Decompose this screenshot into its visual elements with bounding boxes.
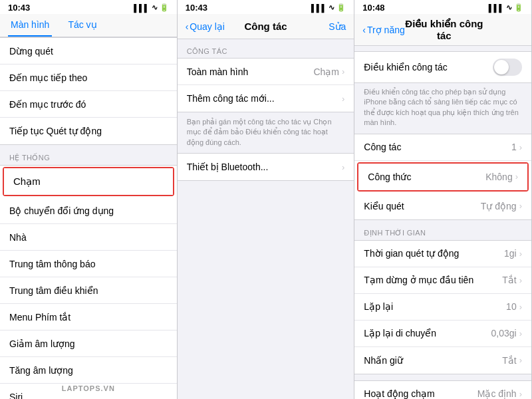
kieu-quet-item[interactable]: Kiểu quét Tự động › [354,193,531,219]
item-label: Dừng quét [9,46,53,57]
edit-button[interactable]: Sửa [306,21,346,32]
item-label: Đến mục tiếp theo [9,72,87,83]
item-label: Lặp lại [364,301,393,312]
battery-icon: 🔋 [336,3,346,12]
section-cong-tac: CÔNG TÁC [178,39,354,58]
item-value: 0,03gi › [491,328,523,338]
item-label: Thời gian quét tự động [364,248,459,259]
cham-item[interactable]: Chạm [4,168,173,195]
signal-icon: ▌▌▌ [311,4,327,12]
value-text: Chạm [313,66,339,77]
list-item[interactable]: Đến mục trước đó [0,91,177,118]
value-text: Tắt [502,355,516,366]
chevron-icon: › [519,302,522,312]
them-cong-tac-item[interactable]: Thêm công tác mới... › [178,85,354,112]
tab-row: Màn hình Tác vụ [0,14,177,37]
value-text: Tự động [481,201,517,211]
battery-icon: 🔋 [160,3,169,12]
item-label: Bộ chuyển đổi ứng dụng [9,205,114,216]
top-list-group: Dừng quét Đến mục tiếp theo Đến mục trướ… [0,37,177,145]
item-label: Lặp lại di chuyển [364,328,436,338]
status-bar-1: 10:43 ▌▌▌ ∿ 🔋 [0,0,177,14]
thoi-gian-quet-item[interactable]: Thời gian quét tự động 1gi › [354,241,531,267]
chevron-icon: › [515,172,518,182]
list-item[interactable]: Dừng quét [0,38,177,65]
item-label: Tạm dừng ở mục đầu tiên [364,275,473,285]
nav-title-2: Công tác [225,21,307,32]
item-label: Thiết bị Bluetooth... [187,162,269,172]
item-label: Hoạt động chạm [364,388,434,399]
item-label: Giảm âm lượng [9,338,75,349]
main-list-group: Chạm Bộ chuyển đổi ứng dụng Nhà Trung tâ… [0,165,177,399]
chevron-left-icon: ‹ [186,21,189,32]
status-icons-3: ▌▌▌ ∿ 🔋 [489,3,523,12]
panel2-scroll: CÔNG TÁC Toàn màn hình Chạm › Thêm công … [178,39,354,399]
main-toggle-group: Điều khiển công tác [354,51,531,83]
cham-highlighted-container: Chạm [3,167,174,196]
value-text: 1gi [504,248,517,259]
time-2: 10:43 [186,3,207,13]
nhan-giu-item[interactable]: Nhấn giữ Tắt › [354,347,531,374]
value-text: 10 [506,301,517,312]
tab-man-hinh[interactable]: Màn hình [8,14,52,37]
spacer [354,46,531,51]
bluetooth-list: Thiết bị Bluetooth... › [178,153,354,181]
list-item[interactable]: Bộ chuyển đổi ứng dụng [0,198,177,224]
list-item[interactable]: Tăng âm lượng [0,357,177,384]
list-item[interactable]: Nhà [0,224,177,251]
signal-icon: ▌▌▌ [134,4,149,12]
list-item[interactable]: Trung tâm điều khiển [0,277,177,304]
bluetooth-item[interactable]: Thiết bị Bluetooth... › [178,154,354,180]
list-item[interactable]: Đến mục tiếp theo [0,65,177,91]
chevron-icon: › [519,329,522,338]
item-value: Mặc định › [477,388,522,399]
item-label: Công tác [364,142,401,152]
value-text: 1 [511,142,517,152]
item-value: Chạm › [313,66,344,77]
panel1-scroll: Dừng quét Đến mục tiếp theo Đến mục trướ… [0,37,177,399]
value-text: Tắt [502,275,516,285]
lap-lai-item[interactable]: Lặp lại 10 › [354,294,531,321]
item-label: Tiếp tục Quét tự động [9,126,102,136]
back-button-3[interactable]: ‹ Trợ năng [362,25,404,35]
cong-tac-list: Toàn màn hình Chạm › Thêm công tác mới..… [178,58,354,112]
item-label: Nhấn giữ [364,355,402,366]
spacer2 [354,375,531,380]
cong-thuc-label: Công thức [368,172,411,182]
item-value: 1gi › [504,248,522,259]
cong-thuc-highlighted: Công thức Không › [357,162,529,192]
nav-bar-2: ‹ Quay lại Công tác Sửa [178,14,354,39]
tab-tac-vu[interactable]: Tác vụ [65,14,99,37]
main-toggle-label: Điều khiển công tác [364,62,447,72]
list-item[interactable]: Tiếp tục Quét tự động [0,118,177,144]
item-value: 1 › [511,142,522,152]
cong-thuc-item[interactable]: Công thức Không › [358,164,527,190]
chevron-icon: › [519,201,522,211]
back-label: Quay lại [190,21,225,32]
chevron-icon: › [342,66,344,76]
toan-man-hinh-item[interactable]: Toàn màn hình Chạm › [178,59,354,85]
back-button[interactable]: ‹ Quay lại [186,21,225,32]
description-text: Bạn phải gán một công tác cho tác vụ Chọ… [178,113,354,153]
chevron-icon: › [342,162,344,172]
status-icons-1: ▌▌▌ ∿ 🔋 [134,3,168,12]
back-label-3: Trợ năng [367,25,405,35]
list-item[interactable]: Trung tâm thông báo [0,251,177,277]
main-description: Điều khiển công tác cho phép bạn sử dụng… [354,84,531,134]
nav-bar-3: ‹ Trợ năng Điều khiển công tác [354,14,531,46]
list-item[interactable]: Giảm âm lượng [0,331,177,357]
chevron-icon: › [519,142,522,152]
hoat-dong-cham-item[interactable]: Hoạt động chạm Mặc định › [354,381,531,399]
tam-dung-item[interactable]: Tạm dừng ở mục đầu tiên Tắt › [354,267,531,294]
cham-label: Chạm [13,176,41,188]
section-dinh-thoi-gian: ĐỊNH THỜI GIAN [354,221,531,240]
list-item[interactable]: Menu Phím tắt [0,304,177,331]
item-value: Tắt › [502,355,522,366]
panel3-scroll: Điều khiển công tác Điều khiển công tác … [354,46,531,399]
main-toggle-switch[interactable] [493,59,522,76]
value-text: Mặc định [477,388,517,399]
cong-tac-item[interactable]: Công tác 1 › [354,134,531,161]
item-value: Tự động › [481,201,522,211]
lap-lai-di-chuyen-item[interactable]: Lặp lại di chuyển 0,03gi › [354,321,531,347]
cong-thuc-value: Không › [485,172,518,182]
